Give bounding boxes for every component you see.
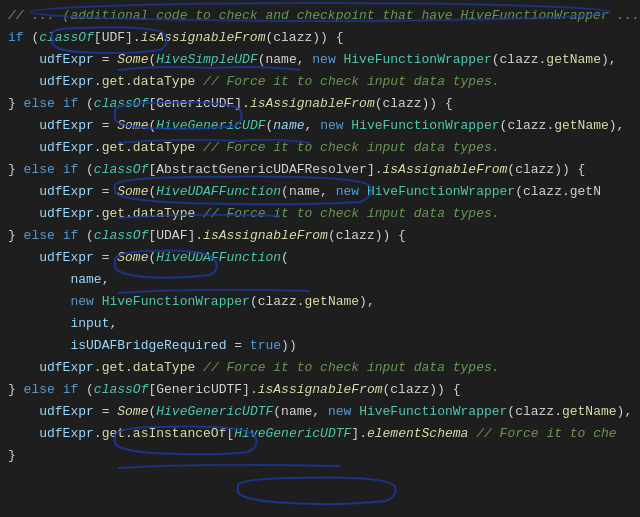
token-plain: =	[94, 184, 117, 199]
token-italic-fn: Some	[117, 184, 148, 199]
token-fn: dataType	[133, 360, 195, 375]
token-plain: (clazz.	[507, 404, 562, 419]
line-content: } else if (classOf[GenericUDTF].isAssign…	[0, 382, 461, 397]
code-editor: // ... (additional code to check and che…	[0, 0, 640, 517]
code-line: udfExpr.get.dataType // Force it to chec…	[0, 74, 640, 96]
token-italic-cls: HiveGenericUDTF	[234, 426, 351, 441]
token-plain: }	[8, 448, 16, 463]
token-cls: HiveFunctionWrapper	[344, 52, 492, 67]
token-plain: .	[125, 140, 133, 155]
token-plain: (clazz.	[500, 118, 555, 133]
token-plain: .	[94, 74, 102, 89]
token-italic-var: name	[273, 118, 304, 133]
code-line: udfExpr = Some(HiveSimpleUDF(name, new H…	[0, 52, 640, 74]
token-plain: [GenericUDTF].	[148, 382, 257, 397]
token-var: udfExpr	[39, 250, 94, 265]
token-plain: (clazz)) {	[507, 162, 585, 177]
token-plain: ))	[281, 338, 297, 353]
token-plain: =	[94, 250, 117, 265]
token-plain: (	[78, 228, 94, 243]
token-var: udfExpr	[39, 74, 94, 89]
token-italic-cls: classOf	[94, 162, 149, 177]
token-plain: .	[125, 74, 133, 89]
token-italic-fn: Some	[117, 52, 148, 67]
token-italic-fn: elementSchema	[367, 426, 468, 441]
token-comment: // Force it to che	[476, 426, 616, 441]
token-fn: getName	[304, 294, 359, 309]
token-fn: getName	[554, 118, 609, 133]
token-plain: (clazz.	[492, 52, 547, 67]
token-comment: // Force it to check input data types.	[203, 206, 499, 221]
token-plain: (	[24, 30, 40, 45]
code-line: isUDAFBridgeRequired = true))	[0, 338, 640, 360]
token-plain: .	[94, 140, 102, 155]
token-italic-cls: HiveUDAFFunction	[156, 250, 281, 265]
token-plain: .	[94, 360, 102, 375]
token-italic-fn: Some	[117, 250, 148, 265]
token-plain: (	[281, 250, 289, 265]
token-plain: .	[94, 426, 102, 441]
token-plain: (name,	[281, 184, 336, 199]
token-plain	[195, 206, 203, 221]
code-line: } else if (classOf[UDAF].isAssignableFro…	[0, 228, 640, 250]
token-italic-fn: isAssignableFrom	[141, 30, 266, 45]
token-italic-cls: HiveSimpleUDF	[156, 52, 257, 67]
token-plain	[55, 228, 63, 243]
code-line: name,	[0, 272, 640, 294]
line-content: if (classOf[UDF].isAssignableFrom(clazz)…	[0, 30, 343, 45]
token-plain: =	[94, 52, 117, 67]
line-content: udfExpr.get.dataType // Force it to chec…	[0, 140, 500, 155]
code-line: udfExpr = Some(HiveGenericUDTF(name, new…	[0, 404, 640, 426]
code-line: udfExpr.get.dataType // Force it to chec…	[0, 206, 640, 228]
line-content: } else if (classOf[UDAF].isAssignableFro…	[0, 228, 406, 243]
token-plain	[351, 404, 359, 419]
token-plain: =	[94, 404, 117, 419]
token-kw: else	[24, 96, 55, 111]
token-plain	[195, 74, 203, 89]
token-fn: get	[102, 74, 125, 89]
token-plain: (	[78, 96, 94, 111]
token-kw: new	[70, 294, 93, 309]
line-content: udfExpr = Some(HiveUDAFFunction(name, ne…	[0, 184, 601, 199]
token-var: name	[70, 272, 101, 287]
token-italic-fn: isAssignableFrom	[203, 228, 328, 243]
token-italic-fn: isAssignableFrom	[258, 382, 383, 397]
code-line: udfExpr.get.dataType // Force it to chec…	[0, 360, 640, 382]
token-plain: ,	[305, 118, 321, 133]
line-content: udfExpr.get.dataType // Force it to chec…	[0, 206, 500, 221]
token-plain: .	[125, 360, 133, 375]
code-line: udfExpr.get.dataType // Force it to chec…	[0, 140, 640, 162]
token-var: udfExpr	[39, 52, 94, 67]
token-plain: ),	[359, 294, 375, 309]
token-kw: new	[328, 404, 351, 419]
token-comment: // ... (additional code to check and che…	[8, 8, 640, 23]
token-italic-cls: classOf	[94, 228, 149, 243]
token-fn: dataType	[133, 140, 195, 155]
token-var: udfExpr	[39, 360, 94, 375]
token-fn: dataType	[133, 74, 195, 89]
token-kw: if	[63, 96, 79, 111]
token-plain: }	[8, 382, 24, 397]
token-plain: (	[78, 382, 94, 397]
code-line: udfExpr.get.asInstanceOf[HiveGenericUDTF…	[0, 426, 640, 448]
token-comment: // Force it to check input data types.	[203, 74, 499, 89]
line-content: // ... (additional code to check and che…	[0, 8, 640, 23]
code-line: udfExpr = Some(HiveUDAFFunction(	[0, 250, 640, 272]
token-plain: ),	[609, 118, 625, 133]
token-plain: ),	[601, 52, 617, 67]
token-plain: (clazz.getN	[515, 184, 601, 199]
token-cls: HiveFunctionWrapper	[367, 184, 515, 199]
token-plain: [UDF].	[94, 30, 141, 45]
token-kw: if	[8, 30, 24, 45]
token-italic-cls: HiveGenericUDF	[156, 118, 265, 133]
line-content: name,	[0, 272, 109, 287]
line-content: udfExpr = Some(HiveUDAFFunction(	[0, 250, 289, 265]
token-plain: ,	[109, 316, 117, 331]
token-plain: (clazz)) {	[383, 382, 461, 397]
token-plain: }	[8, 162, 24, 177]
token-kw: else	[24, 162, 55, 177]
token-plain: .	[125, 206, 133, 221]
code-line: } else if (classOf[GenericUDF].isAssigna…	[0, 96, 640, 118]
token-italic-cls: HiveGenericUDTF	[156, 404, 273, 419]
token-plain	[359, 184, 367, 199]
